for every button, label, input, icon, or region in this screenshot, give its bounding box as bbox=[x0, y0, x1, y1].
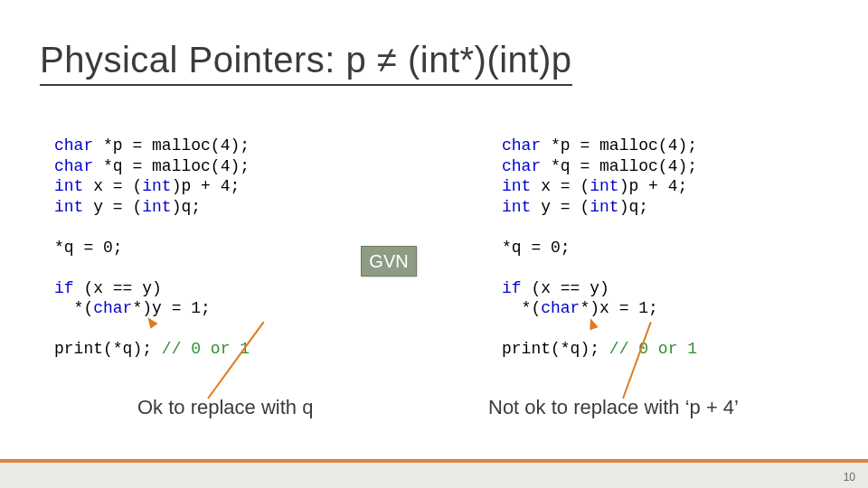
code-token: if bbox=[54, 279, 74, 297]
code-token: // 0 or 1 bbox=[162, 340, 250, 358]
code-token: int bbox=[502, 198, 531, 216]
code-token: int bbox=[590, 177, 618, 195]
page-number: 10 bbox=[844, 471, 855, 483]
code-token: *p = malloc(4); bbox=[541, 136, 697, 155]
code-token: char bbox=[541, 299, 580, 317]
code-token: )q; bbox=[619, 198, 648, 216]
code-token: char bbox=[502, 157, 541, 175]
slide-title-text: Physical Pointers: p ≠ (int*)(int)p bbox=[40, 40, 572, 86]
code-token: )p + 4; bbox=[172, 177, 241, 195]
code-token: (x == y) bbox=[522, 279, 609, 297]
code-token: char bbox=[54, 136, 93, 155]
code-token: *)y = 1; bbox=[132, 299, 210, 317]
code-token: int bbox=[54, 198, 83, 216]
code-token: char bbox=[502, 136, 541, 155]
code-token: *( bbox=[502, 299, 541, 317]
slide-title: Physical Pointers: p ≠ (int*)(int)p bbox=[40, 40, 572, 86]
code-token: print(*q); bbox=[54, 340, 162, 358]
caption-left: Ok to replace with q bbox=[137, 396, 313, 419]
code-token: *q = malloc(4); bbox=[93, 157, 250, 175]
code-token: *q = 0; bbox=[54, 239, 123, 257]
code-token: *( bbox=[54, 299, 93, 317]
code-token: *)x = 1; bbox=[580, 299, 657, 317]
code-token: y = ( bbox=[531, 198, 590, 216]
code-token: int bbox=[502, 177, 531, 195]
code-token: print(*q); bbox=[502, 340, 609, 358]
code-block-right: char *p = malloc(4); char *q = malloc(4)… bbox=[502, 136, 697, 360]
code-token: (x == y) bbox=[74, 279, 162, 297]
code-token: int bbox=[142, 198, 171, 216]
code-token: char bbox=[54, 157, 93, 175]
code-token: *p = malloc(4); bbox=[93, 136, 250, 155]
code-token: if bbox=[502, 279, 522, 297]
code-token: int bbox=[142, 177, 171, 195]
code-token: )p + 4; bbox=[619, 177, 688, 195]
code-token: x = ( bbox=[83, 177, 142, 195]
gvn-label: GVN bbox=[369, 251, 408, 271]
code-token: *q = 0; bbox=[502, 239, 571, 257]
code-token: *q = malloc(4); bbox=[541, 157, 697, 175]
gvn-label-box: GVN bbox=[361, 246, 417, 277]
code-token: y = ( bbox=[83, 198, 142, 216]
code-token: int bbox=[54, 177, 83, 195]
code-token: )q; bbox=[172, 198, 201, 216]
code-token: char bbox=[93, 299, 132, 317]
footer-bar: 10 bbox=[0, 459, 868, 488]
caption-right: Not ok to replace with ‘p + 4’ bbox=[488, 396, 739, 419]
code-token: // 0 or 1 bbox=[609, 340, 697, 358]
code-token: x = ( bbox=[531, 177, 590, 195]
code-token: int bbox=[590, 198, 618, 216]
